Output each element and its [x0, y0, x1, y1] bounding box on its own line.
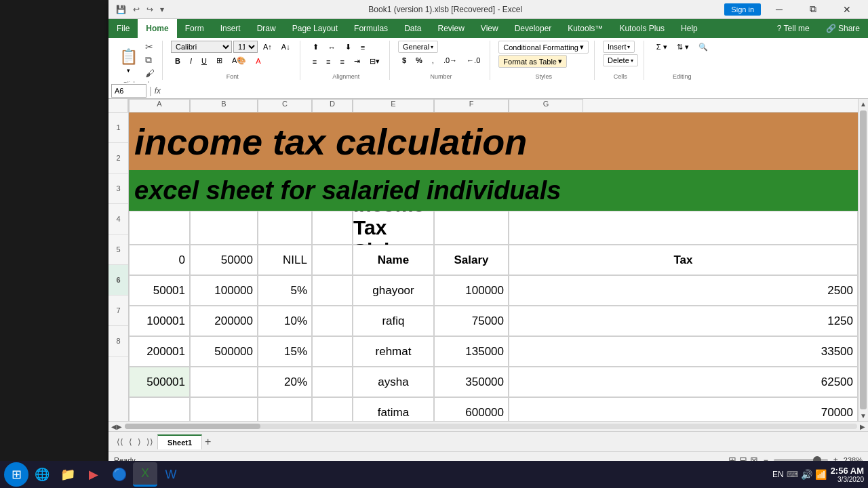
- bold-button[interactable]: B: [171, 55, 184, 67]
- sort-button[interactable]: ⇅ ▾: [673, 41, 693, 54]
- cell-5c[interactable]: 15%: [258, 336, 312, 367]
- font-family-select[interactable]: Calibri: [171, 41, 232, 53]
- tab-share[interactable]: 🔗 Share: [818, 19, 868, 38]
- col-header-g[interactable]: G: [509, 99, 583, 113]
- copy-button[interactable]: ⧉: [143, 54, 157, 66]
- volume-icon[interactable]: 🔊: [801, 469, 812, 480]
- align-right-button[interactable]: ≡: [336, 56, 349, 68]
- cell-6d[interactable]: [312, 367, 353, 397]
- cell-3d[interactable]: [312, 275, 353, 306]
- cell-2g[interactable]: Tax: [509, 245, 858, 275]
- tab-help[interactable]: Help: [673, 19, 706, 38]
- decrease-font-button[interactable]: A↓: [277, 41, 294, 53]
- taskbar-chrome-icon[interactable]: 🔵: [107, 462, 132, 487]
- cell-2a[interactable]: 0: [129, 245, 190, 275]
- tab-draw[interactable]: Draw: [249, 19, 284, 38]
- cell-3f[interactable]: 100000: [434, 275, 509, 306]
- comma-button[interactable]: ,: [428, 54, 438, 66]
- cell-5b[interactable]: 500000: [190, 336, 258, 367]
- wrap-text-button[interactable]: ≡: [357, 41, 369, 54]
- cell-7b[interactable]: [190, 397, 258, 421]
- sum-button[interactable]: Σ ▾: [652, 41, 671, 54]
- cell-3e[interactable]: ghayoor: [353, 275, 434, 306]
- cell-5d[interactable]: [312, 336, 353, 367]
- tab-tellme[interactable]: ? Tell me: [769, 19, 818, 38]
- decrease-decimal-button[interactable]: ←.0: [462, 54, 484, 66]
- scroll-up-button[interactable]: ▲: [859, 99, 868, 109]
- fill-color-button[interactable]: A🎨: [228, 54, 250, 67]
- delete-button[interactable]: Delete ▾: [603, 54, 638, 66]
- paste-button[interactable]: 📋 ▾: [115, 46, 142, 76]
- tab-data[interactable]: Data: [396, 19, 429, 38]
- tab-file[interactable]: File: [108, 19, 138, 38]
- align-top-button[interactable]: ⬆: [309, 41, 323, 54]
- cell-3a[interactable]: 50001: [129, 275, 190, 306]
- format-as-table-button[interactable]: Format as Table ▾: [498, 55, 567, 68]
- save-icon[interactable]: 💾: [114, 4, 128, 15]
- tab-developer[interactable]: Developer: [507, 19, 560, 38]
- underline-button[interactable]: U: [197, 55, 211, 67]
- cell-4c[interactable]: 10%: [258, 306, 312, 336]
- font-color-button[interactable]: A: [252, 55, 264, 67]
- cell-reference-box[interactable]: A6: [111, 84, 146, 98]
- tab-page-layout[interactable]: Page Layout: [284, 19, 346, 38]
- cell-2c[interactable]: NILL: [258, 245, 312, 275]
- insert-button[interactable]: Insert ▾: [603, 41, 635, 53]
- horizontal-scrollbar[interactable]: ◀ ▶ ▶: [108, 421, 868, 431]
- cell-6g[interactable]: 62500: [509, 367, 858, 397]
- col-header-a[interactable]: A: [129, 99, 190, 113]
- sheet-nav-next[interactable]: ⟩: [135, 436, 144, 448]
- increase-font-button[interactable]: A↑: [259, 41, 276, 53]
- scroll-thumb[interactable]: [860, 110, 867, 409]
- minimize-button[interactable]: ─: [764, 0, 795, 19]
- taskbar-word-icon[interactable]: W: [159, 462, 183, 487]
- cell-4d[interactable]: [312, 306, 353, 336]
- increase-decimal-button[interactable]: .0→: [439, 54, 461, 66]
- align-bottom-button[interactable]: ⬇: [341, 41, 355, 54]
- add-sheet-button[interactable]: +: [205, 436, 211, 448]
- cell-5f[interactable]: 135000: [434, 336, 509, 367]
- col-header-d[interactable]: D: [312, 99, 353, 113]
- grid-scroll[interactable]: A B C D E F G: [129, 99, 858, 421]
- align-middle-button[interactable]: ↔: [324, 41, 340, 54]
- cut-button[interactable]: ✂: [143, 41, 157, 53]
- tab-kutools[interactable]: Kutools™: [559, 19, 611, 38]
- h-scroll-right[interactable]: ▶: [117, 423, 122, 430]
- col-header-c[interactable]: C: [258, 99, 312, 113]
- cell-4f[interactable]: 75000: [434, 306, 509, 336]
- cell-7a[interactable]: [129, 397, 190, 421]
- cell-4b[interactable]: 200000: [190, 306, 258, 336]
- tab-view[interactable]: View: [473, 19, 507, 38]
- taskbar-media-icon[interactable]: ▶: [81, 462, 106, 487]
- cell-4e[interactable]: rafiq: [353, 306, 434, 336]
- italic-button[interactable]: I: [186, 55, 196, 67]
- signin-button[interactable]: Sign in: [724, 3, 761, 16]
- cell-3g[interactable]: 2500: [509, 275, 858, 306]
- cell-7d[interactable]: [312, 397, 353, 421]
- taskbar-explorer-icon[interactable]: 🌐: [30, 462, 54, 487]
- cell-6f[interactable]: 350000: [434, 367, 509, 397]
- cell-5g[interactable]: 33500: [509, 336, 858, 367]
- indent-button[interactable]: ⇥: [350, 55, 364, 68]
- h-scroll-left[interactable]: ◀: [111, 423, 117, 430]
- col-header-b[interactable]: B: [190, 99, 258, 113]
- tab-insert[interactable]: Insert: [212, 19, 249, 38]
- sheet-nav-last[interactable]: ⟩⟩: [144, 436, 156, 448]
- col-header-f[interactable]: F: [434, 99, 509, 113]
- border-button[interactable]: ⊞: [212, 54, 226, 67]
- cell-7f[interactable]: 600000: [434, 397, 509, 421]
- search-button[interactable]: 🔍: [694, 41, 712, 54]
- cell-2b[interactable]: 50000: [190, 245, 258, 275]
- vertical-scrollbar[interactable]: ▲ ▼: [858, 99, 868, 421]
- h-scroll-end-right[interactable]: ▶: [860, 423, 865, 430]
- taskbar-excel-icon[interactable]: X: [133, 462, 157, 487]
- cell-6b[interactable]: [190, 367, 258, 397]
- start-button[interactable]: ⊞: [4, 462, 28, 487]
- h-scroll-thumb[interactable]: [125, 424, 260, 429]
- restore-button[interactable]: ⧉: [797, 0, 829, 19]
- cell-7e[interactable]: fatima: [353, 397, 434, 421]
- conditional-formatting-button[interactable]: Conditional Formatting ▾: [498, 41, 589, 54]
- cell-4a[interactable]: 100001: [129, 306, 190, 336]
- taskbar-folder-icon[interactable]: 📁: [56, 462, 80, 487]
- cell-6e[interactable]: aysha: [353, 367, 434, 397]
